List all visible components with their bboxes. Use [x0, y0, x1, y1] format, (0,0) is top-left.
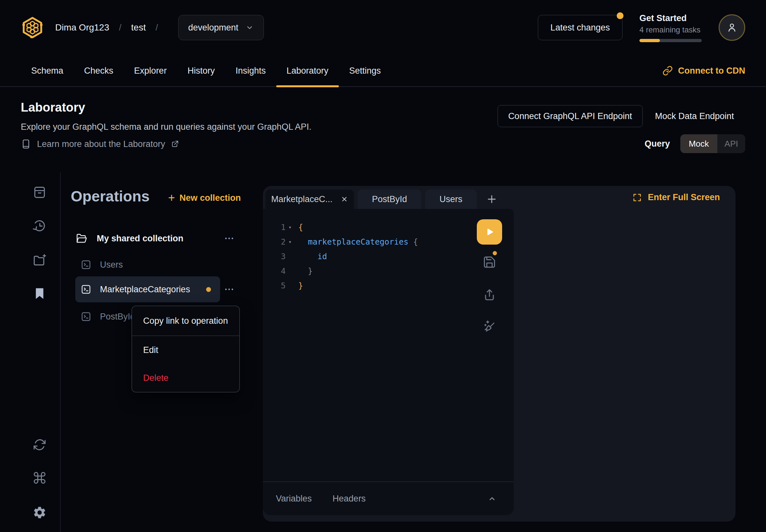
query-editor[interactable]: 1▾{2▾ marketplaceCategories {3 id4 }5}: [263, 209, 514, 515]
page-title: Laboratory: [21, 101, 85, 115]
get-started-title: Get Started: [639, 13, 702, 23]
collection-name: My shared collection: [97, 234, 183, 244]
fold-arrow-icon[interactable]: ▾: [286, 239, 294, 245]
query-mode-row: Query Mock API: [645, 134, 745, 153]
collection-my-shared[interactable]: My shared collection: [75, 230, 183, 247]
get-started-progress-fill: [639, 39, 660, 42]
menu-item-copy-link[interactable]: Copy link to operation: [132, 306, 239, 335]
menu-item-delete[interactable]: Delete: [132, 364, 239, 392]
keyboard-shortcuts-icon[interactable]: [32, 470, 47, 486]
code-line[interactable]: 1▾{: [263, 220, 514, 235]
folder-open-icon: [75, 232, 88, 245]
variables-tab[interactable]: Variables: [276, 494, 312, 504]
line-number: 1: [263, 223, 286, 232]
chevron-up-icon[interactable]: [487, 494, 497, 503]
code-text: marketplaceCategories {: [298, 237, 418, 247]
share-icon[interactable]: [482, 288, 497, 302]
tab-history[interactable]: History: [177, 55, 225, 87]
query-label: Query: [645, 139, 670, 149]
rail-divider: [60, 172, 61, 532]
code-text: {: [298, 223, 303, 232]
get-started-widget[interactable]: Get Started 4 remaining tasks: [639, 13, 702, 42]
operation-menu-button[interactable]: [220, 281, 238, 298]
query-mode-toggle[interactable]: Mock API: [680, 134, 745, 153]
learn-more-link[interactable]: Learn more about the Laboratory: [21, 139, 179, 149]
tab-explorer[interactable]: Explorer: [124, 55, 177, 87]
operation-item-users[interactable]: Users: [80, 256, 123, 274]
tab-checks[interactable]: Checks: [74, 55, 124, 87]
operation-icon: [80, 284, 91, 295]
breadcrumb-org[interactable]: Dima Org123: [55, 22, 109, 33]
ellipsis-icon: [224, 284, 235, 295]
bookmark-icon[interactable]: [32, 286, 47, 301]
fold-arrow-icon[interactable]: ▾: [286, 224, 294, 230]
ellipsis-icon: [224, 233, 235, 244]
line-number: 5: [263, 281, 286, 290]
editor-tab-users[interactable]: Users: [425, 189, 477, 209]
breadcrumb-graph[interactable]: test: [131, 22, 146, 33]
tab-schema[interactable]: Schema: [21, 55, 74, 87]
editor-tab-marketplacecategories[interactable]: MarketplaceC...: [265, 189, 354, 209]
code-line[interactable]: 2▾ marketplaceCategories {: [263, 235, 514, 249]
new-collection-button[interactable]: + New collection: [168, 191, 241, 205]
variant-selector-value: development: [188, 23, 238, 33]
tab-laboratory[interactable]: Laboratory: [276, 55, 339, 87]
chevron-down-icon: [245, 23, 254, 32]
connect-graphql-endpoint-button[interactable]: Connect GraphQL API Endpoint: [498, 105, 643, 127]
collection-menu-button[interactable]: [220, 230, 238, 247]
run-query-button[interactable]: [477, 219, 502, 245]
operation-item-marketplacecategories[interactable]: MarketplaceCategories: [75, 276, 220, 302]
apollo-logo-icon[interactable]: [21, 16, 44, 39]
tab-insights[interactable]: Insights: [225, 55, 276, 87]
run-history-icon[interactable]: [32, 218, 47, 234]
enter-full-screen-button[interactable]: Enter Full Screen: [632, 186, 720, 209]
toggle-option-api[interactable]: API: [717, 134, 745, 153]
user-avatar[interactable]: [719, 14, 745, 41]
line-number: 3: [263, 252, 286, 261]
code-text: }: [298, 281, 303, 290]
connect-to-cdn-label: Connect to CDN: [678, 66, 745, 76]
new-folder-icon[interactable]: [32, 252, 47, 268]
get-started-progress-track: [639, 39, 702, 42]
operation-label: PostById: [100, 312, 135, 322]
toggle-option-mock[interactable]: Mock: [680, 134, 717, 153]
close-icon: [340, 195, 348, 203]
headers-tab[interactable]: Headers: [333, 494, 366, 504]
plus-icon: +: [168, 192, 175, 204]
settings-gear-icon[interactable]: [32, 505, 47, 520]
menu-item-edit[interactable]: Edit: [132, 336, 239, 364]
variant-selector[interactable]: development: [178, 15, 264, 40]
breadcrumb-separator: /: [155, 23, 158, 33]
latest-changes-label: Latest changes: [551, 23, 610, 33]
enter-full-screen-label: Enter Full Screen: [648, 192, 720, 202]
new-tab-plus-icon[interactable]: [486, 193, 498, 205]
tab-settings[interactable]: Settings: [339, 55, 392, 87]
code-line[interactable]: 5}: [263, 278, 514, 293]
operation-label: Users: [100, 260, 123, 270]
breadcrumb-separator: /: [119, 23, 122, 33]
operation-icon: [80, 259, 91, 270]
code-line[interactable]: 3 id: [263, 249, 514, 264]
editor-tab-label: MarketplaceC...: [271, 194, 332, 204]
operation-collections-icon[interactable]: [32, 185, 47, 200]
code-text: id: [298, 252, 327, 261]
connect-to-cdn-link[interactable]: Connect to CDN: [663, 66, 745, 76]
page-description: Explore your GraphQL schema and run quer…: [21, 122, 311, 132]
notification-dot: [617, 12, 624, 19]
save-icon[interactable]: [482, 255, 497, 269]
sync-icon[interactable]: [32, 437, 47, 453]
editor-bottom-bar: Variables Headers: [263, 481, 514, 515]
code-line[interactable]: 4 }: [263, 264, 514, 278]
external-link-icon: [171, 140, 179, 148]
editor-tab-label: Users: [440, 194, 463, 204]
operation-item-postbyid[interactable]: PostById: [80, 308, 135, 326]
person-icon: [726, 22, 738, 33]
latest-changes-button[interactable]: Latest changes: [538, 15, 623, 40]
get-started-subtitle: 4 remaining tasks: [639, 25, 702, 34]
code-lines: 1▾{2▾ marketplaceCategories {3 id4 }5}: [263, 209, 514, 293]
prettify-icon[interactable]: [482, 319, 497, 333]
editor-tab-postbyid[interactable]: PostById: [358, 189, 421, 209]
code-text: }: [298, 266, 312, 276]
mock-data-endpoint-button[interactable]: Mock Data Endpoint: [655, 105, 734, 127]
header-actions: Latest changes Get Started 4 remaining t…: [538, 13, 745, 42]
